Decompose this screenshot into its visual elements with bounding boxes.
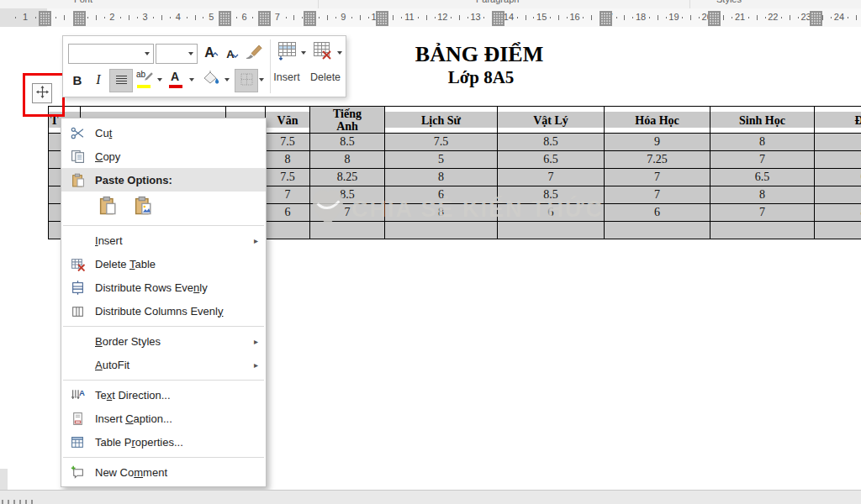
table-cell[interactable]: 8 [710,134,815,151]
column-header[interactable]: Văn [266,107,310,134]
table-cell[interactable]: 8 [385,169,498,186]
ruler-column-marker[interactable] [39,11,51,26]
menu-item-autofit[interactable]: AutoFit▸ [61,353,266,376]
table-cell[interactable]: 7.5 [266,134,310,151]
ruler-tick [632,17,633,18]
table-cell[interactable]: 7 [710,151,815,169]
table-cell[interactable]: 7.25 [605,151,710,169]
menu-item-insert[interactable]: Insert▸ [61,228,266,252]
document-page[interactable]: BẢNG ĐIỂM Lớp 8A5 TVănTiếngAnhLịch SửVật… [0,27,861,490]
ruler-tick [286,17,287,18]
ruler-column-marker[interactable] [708,11,721,26]
ruler-column-marker[interactable] [304,11,316,26]
toolbar-divider [270,39,271,93]
table-cell[interactable]: 8.5 [498,134,605,151]
table-cell[interactable]: 8 [815,204,861,222]
chevron-down-icon[interactable] [189,78,194,81]
shading-button[interactable] [199,69,223,91]
table-cell[interactable]: 8 [310,151,385,169]
table-cell[interactable]: 6 [605,204,710,222]
menu-item-insert-caption[interactable]: Insert Caption... [61,407,266,430]
ruler-tick [87,17,88,18]
font-color-button[interactable]: A [167,69,186,91]
bold-button[interactable]: B [68,70,87,90]
chevron-down-icon[interactable] [157,78,162,81]
format-painter-button[interactable] [243,43,265,63]
menu-item-cut[interactable]: Cut [61,121,266,144]
text-highlight-button[interactable]: ab [135,69,154,91]
menu-item-distribute-columns-evenly[interactable]: Distribute Columns Evenly [61,299,266,323]
table-cell[interactable]: 6 [266,204,310,222]
table-cell[interactable] [710,222,815,239]
table-cell[interactable]: 9 [605,134,710,151]
table-cell[interactable]: 7 [605,186,710,204]
chevron-down-icon[interactable] [337,51,342,55]
ruler-column-marker[interactable] [219,11,231,26]
justify-button[interactable] [109,69,133,92]
ruler-column-marker[interactable] [73,11,86,26]
table-cell[interactable] [605,222,710,239]
table-cell[interactable]: 8.5 [310,134,385,151]
ruler-column-marker[interactable] [258,11,271,26]
table-cell[interactable]: 7 [710,204,815,222]
menu-item-copy[interactable]: Copy [61,144,266,168]
table-cell[interactable]: 5 [385,151,498,169]
column-header[interactable]: Lịch Sử [385,107,498,134]
insert-table-button[interactable] [275,41,298,65]
table-cell[interactable]: 6.5 [710,169,815,186]
ruler-column-marker[interactable] [600,11,612,26]
column-header[interactable]: Vật Lý [498,107,605,134]
table-cell[interactable]: 7 [815,151,861,169]
ruler-tick [335,17,336,18]
table-cell[interactable]: 7 [605,169,710,186]
table-cell[interactable]: 6.5 [498,151,605,169]
ruler-column-marker[interactable] [810,11,822,26]
ruler-column-marker[interactable] [376,11,388,26]
ruler-tick [459,15,460,20]
menu-item-distribute-rows-evenly[interactable]: Distribute Rows Evenly [61,276,266,299]
menu-item-new-comment[interactable]: New Comment [61,460,266,484]
submenu-arrow-icon: ▸ [254,337,258,346]
menu-separator [63,457,264,458]
menu-item-table-properties[interactable]: Table Properties... [61,430,266,454]
italic-button[interactable]: I [90,70,107,90]
table-cell[interactable]: 7 [498,169,605,186]
shrink-font-button[interactable]: A [221,45,240,63]
ruler-tick [666,17,667,18]
table-cell[interactable]: 8 [266,151,310,169]
table-cell[interactable]: 7 [815,186,861,204]
table-cell[interactable]: 8.25 [310,169,385,186]
column-header[interactable]: Hóa Học [605,107,710,134]
doc-subtitle[interactable]: Lớp 8A5 [448,67,515,88]
column-header[interactable]: TiếngAnh [310,107,385,134]
table-cell[interactable]: 7.5 [385,134,498,151]
ruler-tick [96,15,97,20]
font-name-combo[interactable] [68,44,154,64]
table-cell[interactable] [815,222,861,239]
menu-item-border-styles[interactable]: Border Styles▸ [61,329,266,353]
menu-item-paste-options[interactable]: Paste Options: [61,168,266,192]
font-size-combo[interactable] [156,44,198,64]
chevron-down-icon[interactable] [259,78,264,81]
chevron-down-icon[interactable] [301,51,306,55]
paste-as-picture-button[interactable] [129,193,156,220]
grow-font-button[interactable]: A [199,43,219,63]
delete-table-button-toolbar[interactable] [310,41,334,65]
ruler-column-marker[interactable] [492,11,504,26]
ruler-number: 5 [209,12,214,22]
borders-button[interactable] [235,69,258,92]
column-header[interactable]: Địa [815,107,861,134]
table-cell[interactable] [266,222,310,239]
menu-item-delete-table[interactable]: Delete Table [61,252,266,276]
table-cell[interactable]: 7 [815,134,861,151]
table-cell[interactable]: 7.5 [266,169,310,186]
table-cell[interactable]: 8 [710,186,815,204]
menu-item-text-direction[interactable]: AText Direction... [61,383,266,407]
table-cell[interactable]: 7 [266,186,310,204]
paste-keep-source-button[interactable] [93,193,120,220]
column-header[interactable]: Sinh Học [710,107,815,134]
table-move-handle[interactable] [32,83,52,103]
doc-title[interactable]: BẢNG ĐIỂM [415,42,543,67]
chevron-down-icon[interactable] [224,78,230,81]
table-cell[interactable]: 6 [815,169,861,186]
